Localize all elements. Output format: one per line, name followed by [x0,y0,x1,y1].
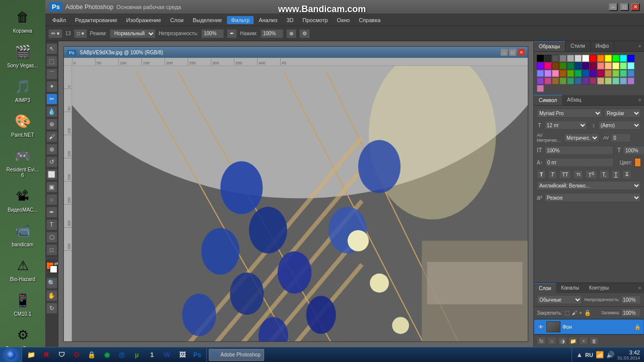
swatch-45[interactable] [582,77,589,84]
menu-help[interactable]: Справка [355,16,384,24]
taskbar-pinned-opera[interactable]: O [69,348,84,361]
hscale-input[interactable] [623,146,644,155]
menu-window[interactable]: Окно [333,16,354,24]
swatch-48[interactable] [605,77,612,84]
fg-bg-colors[interactable]: ⇄ [45,262,58,273]
layer-background-row[interactable]: 👁 Фон 🔒 [534,319,644,334]
swatch-29[interactable] [559,70,567,77]
tab-info[interactable]: Инфо [591,41,615,51]
swatch-27[interactable] [544,70,551,77]
color-panel-close[interactable]: » [635,41,644,51]
taskbar-pinned-utorrent[interactable]: μ [130,348,144,361]
swatch-52[interactable] [537,85,544,92]
desktop-icon-video-mac[interactable]: 📽 ВидеоМАС... [3,184,43,215]
ps-close-button[interactable]: ✕ [631,3,640,11]
desktop-icon-paint-net[interactable]: 🎨 Paint.NET [3,109,43,140]
tool-healing[interactable]: ⊕ [46,119,57,130]
font-family-dropdown[interactable]: Myriad Pro [537,109,602,118]
tool-marquee[interactable]: ⬚ [46,56,57,67]
swatch-20[interactable] [590,62,597,69]
taskbar-pinned-num1[interactable]: 1 [145,348,159,361]
swatch-13[interactable] [537,62,544,69]
swatch-11[interactable] [620,55,627,62]
swatch-25[interactable] [627,62,634,69]
tracking-dropdown[interactable]: Метричес... [564,133,599,142]
brush-options-button[interactable]: ✏ ▾ [48,29,62,38]
swatch-6[interactable] [582,55,589,62]
swatch-17[interactable] [567,62,574,69]
background-color[interactable] [50,265,57,273]
smallcaps-button[interactable]: Tt [573,170,583,179]
menu-edit[interactable]: Редактирование [71,16,121,24]
taskbar-pinned-explorer[interactable]: 📁 [24,348,38,361]
desktop-icon-aimp3[interactable]: 🎵 AIMP3 [3,74,43,105]
desktop-icon-bio-hazard[interactable]: ⚠ Bio-Hazard [3,253,43,284]
new-layer-button[interactable]: + [579,337,588,345]
tool-gradient[interactable]: ▣ [46,182,57,193]
swatch-34[interactable] [597,70,604,77]
lock-position-icon[interactable]: ⬚ [565,310,570,316]
kerning-input[interactable] [611,133,631,142]
swatch-46[interactable] [590,77,597,84]
swatch-50[interactable] [620,77,627,84]
swatch-37[interactable] [620,70,627,77]
swatch-21[interactable] [597,62,604,69]
tab-paths[interactable]: Контуры [584,283,614,293]
menu-layers[interactable]: Слои [166,16,188,24]
symbol-panel-close[interactable]: » [635,95,644,105]
menu-filter[interactable]: Фильтр [227,16,254,24]
tab-swatches[interactable]: Образцы [534,41,566,51]
taskbar-pinned-img_viewer[interactable]: 🖼 [175,348,189,361]
swatch-31[interactable] [575,70,582,77]
swatch-15[interactable] [552,62,559,69]
swatch-44[interactable] [575,77,582,84]
lock-move-icon[interactable]: + [579,310,582,316]
swatch-7[interactable] [590,55,597,62]
swatch-9[interactable] [605,55,612,62]
lock-brush-icon[interactable]: 🖌 [572,310,577,316]
taskbar-pinned-kaspersky[interactable]: 🛡 [54,348,68,361]
desktop-icon-sony-vegas[interactable]: 🎬 Sony Vegas... [3,40,43,70]
swatch-3[interactable] [559,55,567,62]
swatch-22[interactable] [605,62,612,69]
mode-dropdown[interactable]: Нормальный [110,29,155,38]
new-group-button[interactable]: 📁 [569,337,578,345]
swatch-14[interactable] [544,62,551,69]
layer-visibility-icon[interactable]: 👁 [537,323,544,330]
menu-select[interactable]: Выделение [189,16,226,24]
tool-shape[interactable]: □ [46,244,57,255]
taskbar-pinned-green[interactable]: ◉ [100,348,114,361]
doc-minimize-button[interactable]: – [501,49,508,56]
swatch-35[interactable] [605,70,612,77]
tool-text[interactable]: T [46,219,57,230]
swatch-26[interactable] [537,70,544,77]
super-button[interactable]: TS [585,170,597,179]
swatch-16[interactable] [559,62,567,69]
swatch-28[interactable] [552,70,559,77]
tool-dodge[interactable]: ○ [46,194,57,205]
tool-lasso[interactable]: ⌒ [46,68,57,79]
opacity-value-input[interactable]: 100% [621,295,641,304]
delete-layer-button[interactable]: 🗑 [590,337,599,345]
sub-button[interactable]: T, [599,170,609,179]
blend-mode-dropdown[interactable]: Обычные [537,295,582,304]
tool-brush[interactable]: 🖌 [46,131,57,142]
language-dropdown[interactable]: Английский: Велико... [537,181,641,190]
taskbar-photoshop-item[interactable]: Ps Adobe Photoshop [209,349,264,361]
swatch-18[interactable] [575,62,582,69]
tab-layers[interactable]: Слои [534,283,556,293]
swatch-33[interactable] [590,70,597,77]
font-style-dropdown[interactable]: Regular [604,109,641,118]
flow-input[interactable] [261,29,283,38]
brush-preset-button[interactable]: □ ▾ [74,29,87,38]
layers-panel-close[interactable]: » [635,283,644,293]
new-adjustment-button[interactable]: ◑ [558,337,567,345]
swatch-23[interactable] [612,62,619,69]
tool-eyedrop[interactable]: 💧 [46,106,57,117]
menu-analysis[interactable]: Анализ [255,16,281,24]
antialiasing-dropdown[interactable]: Резкое [544,193,641,202]
tool-clone[interactable]: ⊗ [46,144,57,155]
tray-lang-icon[interactable]: RU [585,352,593,358]
ps-minimize-button[interactable]: – [609,3,618,11]
tab-paragraph[interactable]: Абзац [562,95,586,105]
